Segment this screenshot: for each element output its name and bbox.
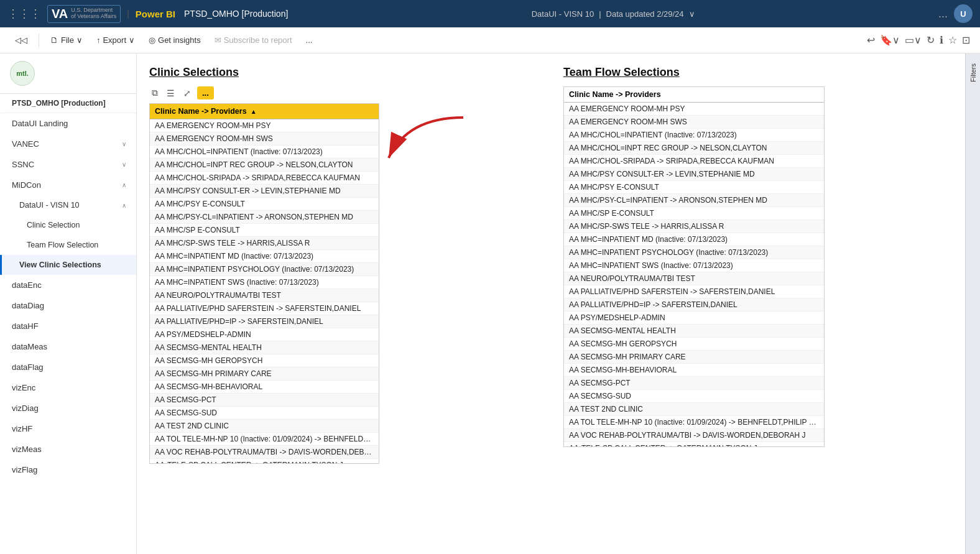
filters-label[interactable]: Filters [967,58,979,87]
list-item[interactable]: AA SECMSG-PCT [150,394,379,407]
file-icon: 🗋 [50,35,58,45]
team-flow-selections-list[interactable]: Clinic Name -> Providers AA EMERGENCY RO… [563,86,825,447]
export-button[interactable]: ↑ Export ∨ [91,33,140,47]
info-icon[interactable]: ℹ [940,34,943,46]
list-item[interactable]: AA MHC=INPATIENT SWS (Inactive: 07/13/20… [564,259,824,272]
sidebar-item-midcon[interactable]: MiDCon ∧ [0,175,136,195]
list-item[interactable]: AA PSY/MEDSHELP-ADMIN [150,328,379,341]
sidebar-item-dataHF[interactable]: dataHF [0,316,136,336]
list-item[interactable]: AA PALLIATIVE/PHD SAFERSTEIN -> SAFERSTE… [564,285,824,298]
collapse-button[interactable]: ◁◁ [10,33,32,47]
list-item[interactable]: AA MHC=INPATIENT MD (Inactive: 07/13/202… [564,233,824,246]
list-item[interactable]: AA SECMSG-MH PRIMARY CARE [564,351,824,364]
insights-button[interactable]: ◎ Get insights [144,33,206,47]
list-item[interactable]: AA VOC REHAB-POLYTRAUMA/TBI -> DAVIS-WOR… [564,429,824,442]
list-item[interactable]: AA NEURO/POLYTRAUMA/TBI TEST [150,289,379,302]
sidebar-item-clinic-selection[interactable]: Clinic Selection [0,215,136,235]
star-icon[interactable]: ☆ [948,34,957,46]
copy-icon[interactable]: ⧉ [149,86,160,99]
sidebar-item-dataDiag[interactable]: dataDiag [0,295,136,316]
bookmark-icon[interactable]: 🔖∨ [880,34,900,46]
list-item[interactable]: AA SECMSG-MH GEROPSYCH [150,354,379,367]
sidebar-item-vizFlag[interactable]: vizFlag [0,459,136,480]
list-item[interactable]: AA TOL TELE-MH-NP 10 (Inactive: 01/09/20… [150,433,379,446]
list-item[interactable]: AA MHC/PSY CONSULT-ER -> LEVIN,STEPHANIE… [150,185,379,198]
sidebar-item-vanec[interactable]: VANEC ∨ [0,134,136,154]
sidebar-item-dataFlag[interactable]: dataFlag [0,357,136,377]
data-info: DataUI - VISN 10 [532,9,594,19]
list-item[interactable]: AA MHC=INPATIENT PSYCHOLOGY (Inactive: 0… [564,246,824,259]
share-icon[interactable]: ⊡ [962,34,970,46]
sidebar-item-vizDiag[interactable]: vizDiag [0,398,136,418]
file-button[interactable]: 🗋 File ∨ [45,33,88,47]
toolbar-more-button[interactable]: ... [301,33,318,47]
clinic-list-items: AA EMERGENCY ROOM-MH PSYAA EMERGENCY ROO… [150,119,379,464]
list-item[interactable]: AA MHC/CHOL=INPT REC GROUP -> NELSON,CLA… [150,159,379,172]
list-item[interactable]: AA-TELE-SP CALL CENTER -> GATERMANN,TYSO… [150,459,379,464]
sidebar-item-datauiLanding[interactable]: DataUI Landing [0,113,136,134]
list-item[interactable]: AA SECMSG-MENTAL HEALTH [150,341,379,354]
sidebar-item-datauivisn10[interactable]: DataUI - VISN 10 ∧ [0,195,136,215]
list-item[interactable]: AA MHC/PSY CONSULT-ER -> LEVIN,STEPHANIE… [564,168,824,181]
list-item[interactable]: AA MHC/SP E-CONSULT [150,224,379,237]
sidebar-item-vizEnc[interactable]: vizEnc [0,377,136,398]
list-item[interactable]: AA MHC/SP-SWS TELE -> HARRIS,ALISSA R [564,220,824,233]
list-item[interactable]: AA NEURO/POLYTRAUMA/TBI TEST [564,272,824,285]
list-item[interactable]: AA SECMSG-MH-BEHAVIORAL [564,364,824,377]
sidebar-item-vizHF[interactable]: vizHF [0,418,136,439]
list-item[interactable]: AA EMERGENCY ROOM-MH PSY [564,103,824,116]
list-item[interactable]: AA MHC/SP E-CONSULT [564,207,824,220]
chevron-down-icon[interactable]: ∨ [689,9,695,19]
list-item[interactable]: AA MHC/CHOL-SRIPADA -> SRIPADA,REBECCA K… [564,155,824,168]
list-item[interactable]: AA MHC/CHOL=INPATIENT (Inactive: 07/13/2… [150,145,379,159]
list-item[interactable]: AA MHC=INPATIENT PSYCHOLOGY (Inactive: 0… [150,263,379,276]
refresh-icon[interactable]: ↻ [927,34,935,46]
list-item[interactable]: AA MHC=INPATIENT MD (Inactive: 07/13/202… [150,250,379,263]
list-item[interactable]: AA MHC/PSY E-CONSULT [150,198,379,211]
sort-asc-icon[interactable]: ▲ [251,108,257,115]
subscribe-button[interactable]: ✉ Subscribe to report [210,33,297,47]
list-item[interactable]: AA MHC/CHOL=INPT REC GROUP -> NELSON,CLA… [564,142,824,155]
list-item[interactable]: AA SECMSG-MENTAL HEALTH [564,325,824,338]
list-item[interactable]: AA MHC/PSY-CL=INPATIENT -> ARONSON,STEPH… [564,194,824,207]
list-item[interactable]: AA SECMSG-PCT [564,377,824,390]
filter-icon[interactable]: ☰ [164,87,177,99]
avatar[interactable]: U [954,4,973,23]
list-item[interactable]: AA EMERGENCY ROOM-MH SWS [564,116,824,129]
list-item[interactable]: AA MHC/PSY-CL=INPATIENT -> ARONSON,STEPH… [150,211,379,224]
list-item[interactable]: AA TEST 2ND CLINIC [564,403,824,416]
list-item[interactable]: AA SECMSG-MH GEROPSYCH [564,338,824,351]
sidebar-item-view-clinic-selections[interactable]: View Clinic Selections [0,255,136,275]
list-item[interactable]: AA TEST 2ND CLINIC [150,420,379,433]
more-dots-icon[interactable]: ... [938,7,948,21]
sidebar-item-vizMeas[interactable]: vizMeas [0,439,136,459]
sidebar-item-dataEnc[interactable]: dataEnc [0,275,136,295]
sidebar-item-team-flow-selection[interactable]: Team Flow Selection [0,235,136,255]
list-item[interactable]: AA SECMSG-MH PRIMARY CARE [150,367,379,381]
list-item[interactable]: AA MHC=INPATIENT SWS (Inactive: 07/13/20… [150,276,379,289]
expand-icon[interactable]: ⤢ [181,87,193,99]
grid-icon[interactable]: ⋮⋮⋮ [7,7,41,21]
list-item[interactable]: AA MHC/SP-SWS TELE -> HARRIS,ALISSA R [150,237,379,250]
list-item[interactable]: AA MHC/CHOL=INPATIENT (Inactive: 07/13/2… [564,129,824,142]
list-item[interactable]: AA MHC/PSY E-CONSULT [564,181,824,194]
list-item[interactable]: AA-TELE-SP CALL CENTER -> GATERMANN,TYSO… [564,442,824,447]
sidebar-item-ssnc[interactable]: SSNC ∨ [0,154,136,175]
list-item[interactable]: AA SECMSG-SUD [564,390,824,403]
list-item[interactable]: AA SECMSG-SUD [150,407,379,420]
more-options-button[interactable]: ... [197,86,214,99]
list-item[interactable]: AA MHC/CHOL-SRIPADA -> SRIPADA,REBECCA K… [150,172,379,185]
clinic-selections-list[interactable]: Clinic Name -> Providers ▲ AA EMERGENCY … [149,103,379,464]
list-item[interactable]: AA PSY/MEDSHELP-ADMIN [564,312,824,325]
list-item[interactable]: AA PALLIATIVE/PHD SAFERSTEIN -> SAFERSTE… [150,302,379,315]
list-item[interactable]: AA TOL TELE-MH-NP 10 (Inactive: 01/09/20… [564,416,824,429]
fit-icon[interactable]: ▭∨ [905,34,922,46]
list-item[interactable]: AA SECMSG-MH-BEHAVIORAL [150,381,379,394]
list-item[interactable]: AA VOC REHAB-POLYTRAUMA/TBI -> DAVIS-WOR… [150,446,379,459]
undo-icon[interactable]: ↩ [867,34,875,46]
list-item[interactable]: AA PALLIATIVE/PHD=IP -> SAFERSTEIN,DANIE… [564,298,824,312]
sidebar-item-dataMeas[interactable]: dataMeas [0,336,136,357]
list-item[interactable]: AA EMERGENCY ROOM-MH SWS [150,132,379,145]
list-item[interactable]: AA EMERGENCY ROOM-MH PSY [150,119,379,132]
list-item[interactable]: AA PALLIATIVE/PHD=IP -> SAFERSTEIN,DANIE… [150,315,379,328]
